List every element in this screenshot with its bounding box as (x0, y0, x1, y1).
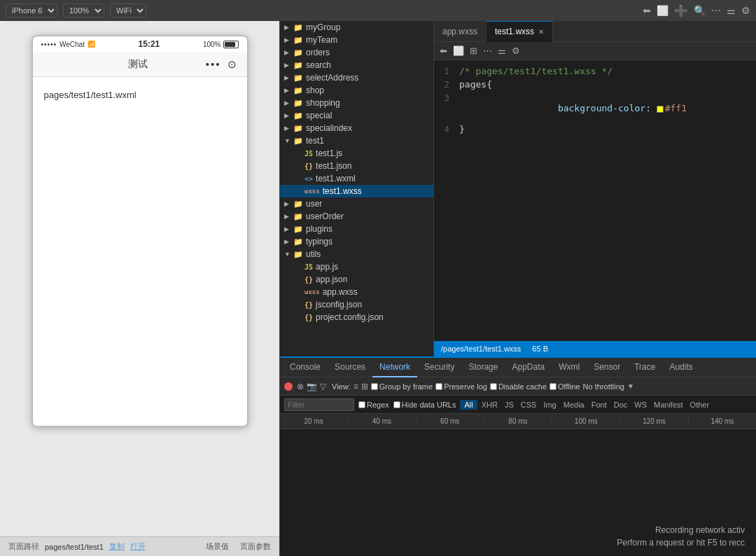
editor-content: 1 /* pages/test1/test1.wxss */ 2 pages{ … (434, 60, 756, 341)
toolbar-layout-icon[interactable]: ⚌ (727, 5, 736, 16)
file-item-typings[interactable]: ▶📁typings (280, 235, 433, 248)
file-item-app_wxss[interactable]: wxssapp.wxss (280, 286, 433, 298)
file-item-search[interactable]: ▶📁search (280, 59, 433, 71)
filter-chip-all[interactable]: All (460, 400, 477, 410)
regex-checkbox[interactable] (358, 401, 365, 408)
group-by-frame-checkbox[interactable] (371, 383, 378, 390)
filter-chip-img[interactable]: Img (540, 400, 559, 410)
file-item-plugins[interactable]: ▶📁plugins (280, 223, 433, 235)
devtools-tab-sensor[interactable]: Sensor (587, 358, 627, 377)
filter-icon[interactable]: ▽ (320, 382, 326, 391)
file-item-app_json[interactable]: {}app.json (280, 273, 433, 286)
file-item-specialindex[interactable]: ▶📁specialindex (280, 122, 433, 134)
editor-layout-icon[interactable]: ⚌ (498, 46, 506, 56)
file-item-shop[interactable]: ▶📁shop (280, 84, 433, 97)
file-item-utils[interactable]: ▼📁utils (280, 248, 433, 260)
filter-chip-doc[interactable]: Doc (611, 400, 631, 410)
file-item-user[interactable]: ▶📁user (280, 197, 433, 210)
timeline-col-120: 120 ms (620, 417, 688, 425)
filter-chip-manifest[interactable]: Manifest (651, 400, 686, 410)
page-params-label[interactable]: 页面参数 (240, 541, 271, 552)
tab-app-wxss[interactable]: app.wxss (434, 21, 486, 42)
toolbar-settings-icon[interactable]: ⚙ (741, 5, 750, 16)
preserve-log-checkbox[interactable] (435, 383, 442, 390)
status-size: 65 B (532, 345, 548, 353)
devtools-tab-wxml[interactable]: Wxml (552, 358, 587, 377)
copy-link[interactable]: 复制 (109, 541, 125, 552)
file-name-user: user (306, 199, 322, 209)
no-throttling-label[interactable]: No throttling (583, 382, 624, 391)
file-item-test1_js[interactable]: JStest1.js (280, 147, 433, 160)
file-item-userOrder[interactable]: ▶📁userOrder (280, 210, 433, 223)
offline-label[interactable]: Offline (550, 382, 580, 391)
filter-chip-xhr[interactable]: XHR (479, 400, 500, 410)
filter-chip-other[interactable]: Other (687, 400, 713, 410)
toolbar-back-icon[interactable]: ⬅ (643, 5, 651, 16)
throttling-arrow[interactable]: ▼ (627, 382, 634, 390)
file-name-search: search (306, 60, 331, 70)
editor-more-icon[interactable]: ⋯ (483, 46, 492, 56)
file-item-project_config_json[interactable]: {}project.config.json (280, 311, 433, 324)
camera-icon[interactable]: 📷 (307, 382, 317, 391)
toolbar-add-icon[interactable]: ➕ (674, 4, 688, 18)
network-select[interactable]: WiFi (110, 4, 146, 18)
group-by-frame-label[interactable]: Group by frame (371, 382, 433, 391)
view-grid-icon[interactable]: ⊞ (361, 382, 368, 391)
disable-cache-label[interactable]: Disable cache (490, 382, 547, 391)
arrow-userOrder: ▶ (284, 213, 291, 220)
tab-test1-wxss[interactable]: test1.wxss ✕ (486, 21, 553, 42)
filter-chip-js[interactable]: JS (502, 400, 517, 410)
record-icon[interactable] (284, 382, 293, 391)
offline-checkbox[interactable] (550, 383, 556, 390)
file-name-project_config_json: project.config.json (316, 312, 384, 322)
file-item-test1_wxss[interactable]: wxsstest1.wxss (280, 185, 433, 197)
phone-circle-icon[interactable]: ⊙ (227, 58, 237, 71)
phone-more-icon[interactable]: ••• (206, 58, 221, 70)
devtools-tab-storage[interactable]: Storage (461, 358, 505, 377)
file-item-jsconfig_json[interactable]: {}jsconfig.json (280, 298, 433, 311)
file-item-test1[interactable]: ▼📁test1 (280, 134, 433, 147)
devtools-tab-trace[interactable]: Trace (627, 358, 662, 377)
file-item-myGroup[interactable]: ▶📁myGroup (280, 21, 433, 34)
devtools-tab-appdata[interactable]: AppData (505, 358, 552, 377)
file-item-myTeam[interactable]: ▶📁myTeam (280, 34, 433, 46)
file-item-app_js[interactable]: JSapp.js (280, 260, 433, 273)
device-select[interactable]: iPhone 6 (6, 4, 57, 18)
zoom-select[interactable]: 100% (63, 4, 104, 18)
file-item-shopping[interactable]: ▶📁shopping (280, 97, 433, 109)
hide-data-urls-label[interactable]: Hide data URLs (393, 401, 456, 409)
scene-value-label[interactable]: 场景值 (206, 541, 229, 552)
devtools-tabs: Console Sources Network Security Storage… (280, 358, 756, 377)
devtools-tab-security[interactable]: Security (417, 358, 461, 377)
file-item-selectAddress[interactable]: ▶📁selectAddress (280, 71, 433, 84)
devtools-tab-sources[interactable]: Sources (328, 358, 372, 377)
editor-split-icon[interactable]: ⊞ (470, 46, 477, 56)
tab-test1-wxss-close[interactable]: ✕ (538, 28, 544, 36)
stop-icon[interactable]: ⊗ (297, 382, 304, 391)
devtools-tab-network[interactable]: Network (372, 358, 417, 377)
filter-chip-media[interactable]: Media (561, 400, 587, 410)
filter-chip-ws[interactable]: WS (631, 400, 650, 410)
toolbar-forward-icon[interactable]: ⬜ (657, 5, 668, 16)
network-filter-input[interactable] (284, 398, 354, 411)
editor-settings2-icon[interactable]: ⚙ (512, 46, 520, 56)
preserve-log-label[interactable]: Preserve log (435, 382, 487, 391)
filter-chip-font[interactable]: Font (589, 400, 610, 410)
file-type-icon-test1_wxss: wxss (304, 188, 320, 195)
toolbar-more-icon[interactable]: ⋯ (711, 5, 721, 16)
file-item-special[interactable]: ▶📁special (280, 109, 433, 122)
disable-cache-checkbox[interactable] (490, 383, 497, 390)
file-item-orders[interactable]: ▶📁orders (280, 46, 433, 59)
toolbar-search-icon[interactable]: 🔍 (694, 5, 706, 16)
open-link[interactable]: 打开 (130, 541, 146, 552)
file-item-test1_wxml[interactable]: <>test1.wxml (280, 172, 433, 185)
devtools-tab-audits[interactable]: Audits (662, 358, 699, 377)
editor-back-icon[interactable]: ⬅ (440, 46, 447, 56)
devtools-tab-console[interactable]: Console (283, 358, 328, 377)
regex-label[interactable]: Regex (358, 401, 389, 409)
view-list-icon[interactable]: ≡ (354, 382, 358, 391)
filter-chip-css[interactable]: CSS (518, 400, 540, 410)
file-item-test1_json[interactable]: {}test1.json (280, 160, 433, 172)
hide-data-urls-checkbox[interactable] (393, 401, 400, 408)
editor-forward-icon[interactable]: ⬜ (453, 46, 464, 56)
